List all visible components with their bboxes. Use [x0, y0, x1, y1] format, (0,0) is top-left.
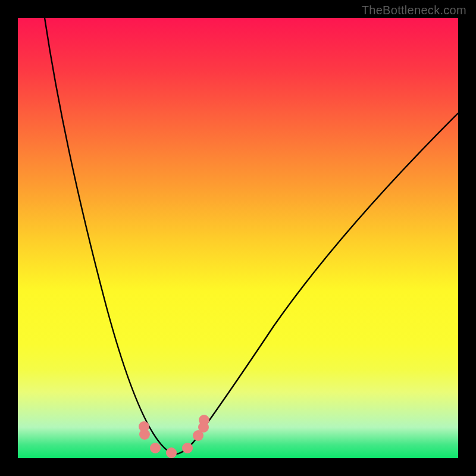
- curve-layer: [18, 18, 458, 458]
- plot-area: [18, 18, 458, 458]
- svg-point-1: [139, 429, 150, 440]
- svg-point-4: [182, 443, 193, 453]
- watermark-text: TheBottleneck.com: [362, 4, 466, 17]
- right-curve: [176, 113, 458, 454]
- left-curve: [45, 18, 176, 454]
- svg-point-3: [166, 447, 177, 458]
- svg-point-7: [199, 415, 209, 425]
- svg-point-2: [150, 443, 161, 453]
- bottom-markers: [139, 415, 209, 458]
- chart-frame: TheBottleneck.com: [0, 0, 476, 476]
